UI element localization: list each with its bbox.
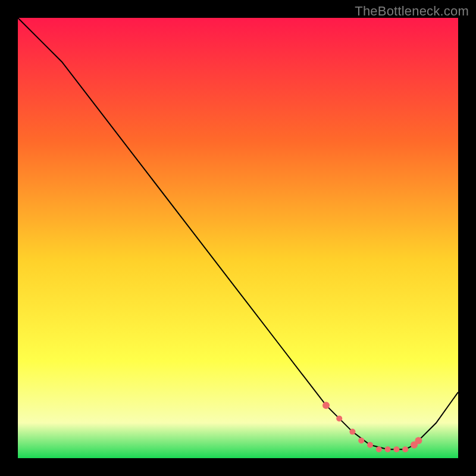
marker-dot xyxy=(322,402,330,409)
marker-dot xyxy=(367,442,373,448)
marker-dot xyxy=(402,446,408,452)
marker-dot xyxy=(376,446,382,452)
chart-frame: TheBottleneck.com xyxy=(0,0,476,476)
gradient-background xyxy=(18,18,458,458)
chart-svg xyxy=(18,18,458,458)
marker-dot xyxy=(336,415,342,421)
marker-dot xyxy=(393,446,399,452)
marker-dot xyxy=(385,446,391,452)
marker-dot xyxy=(415,437,422,444)
watermark-text: TheBottleneck.com xyxy=(355,4,469,19)
marker-dot xyxy=(358,437,364,443)
plot-area xyxy=(18,18,458,458)
marker-dot xyxy=(349,429,355,435)
